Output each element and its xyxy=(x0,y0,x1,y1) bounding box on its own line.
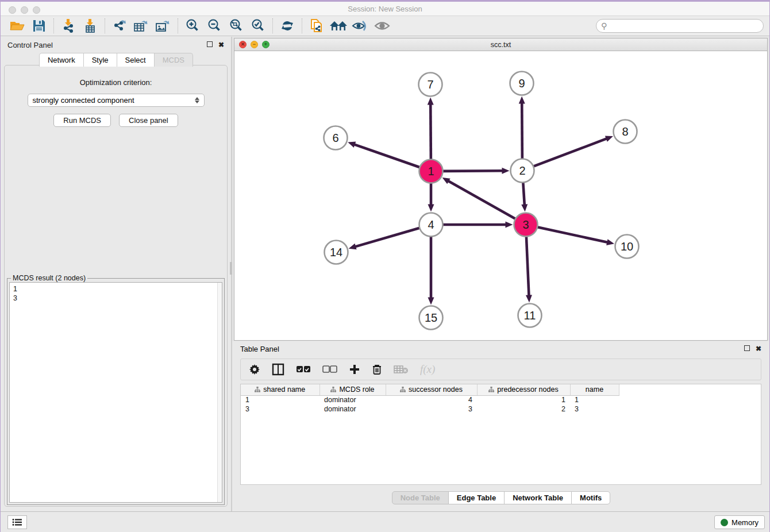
import-table-button[interactable] xyxy=(79,17,101,34)
column-header-name[interactable]: name xyxy=(570,384,619,395)
column-header-shared-name[interactable]: shared name xyxy=(241,384,319,395)
table-cell[interactable]: 2 xyxy=(477,404,570,414)
table-cell[interactable]: 1 xyxy=(570,395,619,404)
minimize-window-button[interactable] xyxy=(21,6,28,14)
network-canvas[interactable]: 7968124314101511 xyxy=(234,51,767,340)
node-table[interactable]: shared nameMCDS rolesuccessor nodesprede… xyxy=(240,384,761,485)
hide-selected-button[interactable] xyxy=(349,17,371,34)
edge-4-3[interactable] xyxy=(443,222,513,228)
search-input[interactable] xyxy=(609,22,759,30)
tab-network-table[interactable]: Network Table xyxy=(504,491,572,504)
graph-node-7[interactable]: 7 xyxy=(419,73,442,97)
graph-node-1[interactable]: 1 xyxy=(419,160,443,183)
table-cell[interactable]: dominator xyxy=(319,404,386,414)
tab-edge-table[interactable]: Edge Table xyxy=(448,491,505,504)
table-row[interactable]: 1dominator411 xyxy=(241,395,619,404)
table-cell[interactable]: dominator xyxy=(319,395,386,404)
network-window-titlebar[interactable]: ✕ − + scc.txt xyxy=(234,38,767,51)
search-box[interactable]: ⚲ xyxy=(596,19,764,33)
tree-sort-icon xyxy=(255,387,260,392)
graph-node-2[interactable]: 2 xyxy=(511,159,534,183)
open-folder-icon xyxy=(10,20,25,32)
close-window-button[interactable] xyxy=(9,6,16,14)
edge-3-11[interactable] xyxy=(526,236,532,302)
maximize-window-button[interactable] xyxy=(33,6,40,14)
criterion-select[interactable]: strongly connected component xyxy=(28,94,205,107)
control-tab-mcds[interactable]: MCDS xyxy=(154,53,193,67)
graph-node-8[interactable]: 8 xyxy=(614,120,637,144)
table-cell[interactable]: 3 xyxy=(241,404,319,414)
edge-2-9[interactable] xyxy=(519,96,525,159)
edge-4-14[interactable] xyxy=(349,228,420,250)
edge-3-1[interactable] xyxy=(442,178,516,219)
zoom-in-button[interactable] xyxy=(182,17,203,34)
control-tab-network[interactable]: Network xyxy=(39,53,84,67)
graph-node-15[interactable]: 15 xyxy=(419,306,443,330)
delete-column-button[interactable] xyxy=(372,364,382,375)
open-session-button[interactable] xyxy=(6,17,28,34)
edge-1-7[interactable] xyxy=(428,97,434,159)
zoom-selected-button[interactable] xyxy=(247,17,269,34)
export-image-icon xyxy=(155,18,171,33)
tree-sort-icon xyxy=(330,387,336,392)
close-table-panel-icon[interactable]: ✖ xyxy=(756,345,761,353)
table-settings-button[interactable] xyxy=(249,364,260,375)
add-column-button[interactable] xyxy=(349,364,360,375)
eye-icon xyxy=(374,20,390,32)
save-session-button[interactable] xyxy=(28,17,50,34)
column-header-MCDS-role[interactable]: MCDS role xyxy=(319,384,386,395)
result-scrollbar[interactable] xyxy=(217,283,222,502)
run-mcds-button[interactable]: Run MCDS xyxy=(53,114,111,127)
column-header-successor-nodes[interactable]: successor nodes xyxy=(386,384,477,395)
show-columns-button[interactable] xyxy=(272,363,284,376)
refresh-button[interactable] xyxy=(276,17,298,34)
edge-2-8[interactable] xyxy=(533,136,613,166)
edge-2-3[interactable] xyxy=(521,182,528,211)
table-cell[interactable]: 3 xyxy=(386,404,477,414)
zoom-out-button[interactable] xyxy=(203,17,225,34)
select-all-button[interactable] xyxy=(296,365,311,373)
float-table-panel-icon[interactable] xyxy=(744,345,750,353)
graph-node-4[interactable]: 4 xyxy=(419,213,443,237)
graph-node-9[interactable]: 9 xyxy=(510,72,534,95)
clone-network-button[interactable] xyxy=(306,17,328,34)
graph-node-14[interactable]: 14 xyxy=(325,241,348,264)
float-panel-icon[interactable] xyxy=(207,41,213,49)
export-table-button[interactable] xyxy=(130,17,152,34)
edge-1-6[interactable] xyxy=(348,142,419,168)
tab-motifs[interactable]: Motifs xyxy=(571,491,610,504)
column-header-predecessor-nodes[interactable]: predecessor nodes xyxy=(477,384,570,395)
graph-node-10[interactable]: 10 xyxy=(615,235,639,259)
export-image-button[interactable] xyxy=(152,17,174,34)
network-graph[interactable]: 7968124314101511 xyxy=(234,51,768,340)
memory-button[interactable]: Memory xyxy=(714,515,765,529)
table-row[interactable]: 3dominator323 xyxy=(241,404,619,414)
zoom-fit-button[interactable] xyxy=(225,17,247,34)
import-network-button[interactable] xyxy=(57,17,79,34)
first-neighbors-button[interactable] xyxy=(328,17,349,34)
status-bar: Memory xyxy=(1,511,769,532)
graph-node-6[interactable]: 6 xyxy=(324,126,348,150)
deselect-all-button[interactable] xyxy=(322,365,337,373)
edge-3-10[interactable] xyxy=(537,227,614,245)
graph-node-11[interactable]: 11 xyxy=(518,304,542,327)
table-cell[interactable]: 1 xyxy=(477,395,570,404)
table-toolbar: f(x) xyxy=(240,358,761,380)
table-cell[interactable]: 1 xyxy=(241,395,319,404)
edge-4-15[interactable] xyxy=(428,237,434,305)
table-cell[interactable]: 4 xyxy=(386,395,477,404)
close-panel-button[interactable]: Close panel xyxy=(119,114,178,127)
control-tab-style[interactable]: Style xyxy=(83,53,117,67)
show-all-button[interactable] xyxy=(371,17,393,34)
tab-node-table[interactable]: Node Table xyxy=(392,491,449,504)
table-cell[interactable]: 3 xyxy=(570,404,619,414)
edge-1-2[interactable] xyxy=(442,168,509,174)
mcds-result-text[interactable]: 1 3 xyxy=(9,282,222,503)
export-network-button[interactable] xyxy=(109,17,130,34)
task-history-button[interactable] xyxy=(7,515,27,529)
close-panel-icon[interactable]: ✖ xyxy=(218,41,224,49)
control-tab-select[interactable]: Select xyxy=(117,53,155,67)
edge-1-4[interactable] xyxy=(428,183,434,212)
window-controls[interactable] xyxy=(9,6,40,14)
graph-node-3[interactable]: 3 xyxy=(514,213,538,237)
